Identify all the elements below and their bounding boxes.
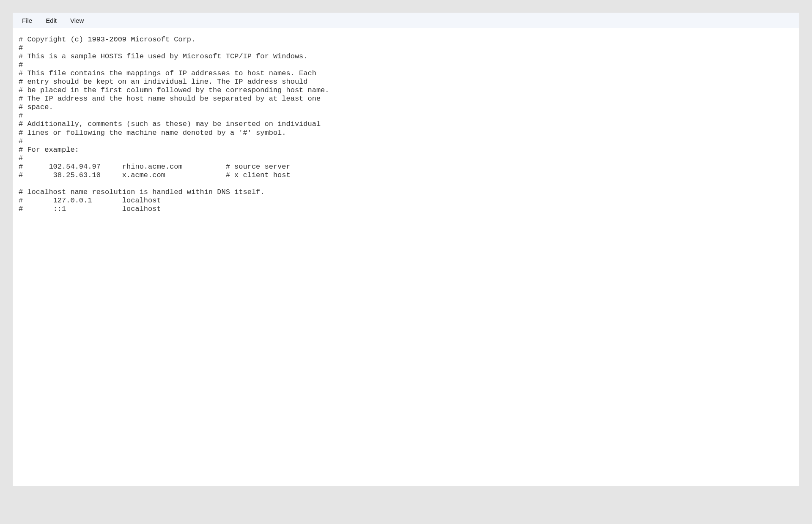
editor-window: File Edit View # Copyright (c) 1993-2009… bbox=[13, 13, 799, 486]
menu-file[interactable]: File bbox=[15, 14, 39, 27]
text-editor-content[interactable]: # Copyright (c) 1993-2009 Microsoft Corp… bbox=[13, 28, 799, 486]
menu-view[interactable]: View bbox=[63, 14, 91, 27]
menu-edit[interactable]: Edit bbox=[39, 14, 63, 27]
menu-bar: File Edit View bbox=[13, 13, 799, 28]
